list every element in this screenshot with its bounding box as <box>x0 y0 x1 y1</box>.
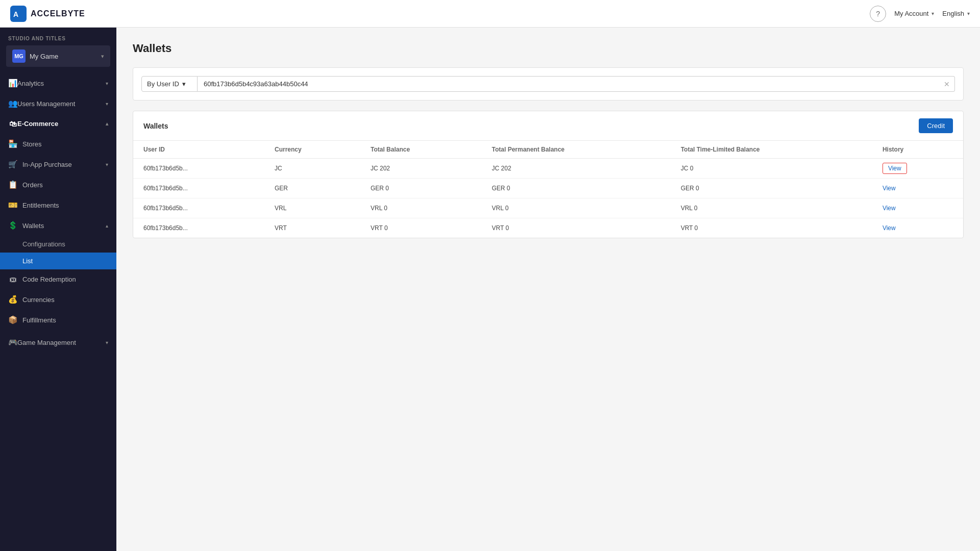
sidebar-section-label: STUDIO AND TITLES <box>0 28 116 45</box>
in-app-purchase-icon: 🛒 <box>8 160 17 169</box>
cell-permanent-balance: VRL 0 <box>482 198 671 218</box>
layout: STUDIO AND TITLES MG My Game ▾ 📊 Analyti… <box>0 28 980 551</box>
table-header-row: User ID Currency Total Balance Total Per… <box>133 141 963 159</box>
sidebar-subitem-list[interactable]: List <box>0 253 116 269</box>
cell-total-balance: GER 0 <box>360 179 482 198</box>
view-link[interactable]: View <box>883 224 896 232</box>
topbar-right: ? My Account ▾ English ▾ <box>870 6 970 22</box>
cell-user-id: 60fb173b6d5b... <box>133 218 264 238</box>
in-app-purchase-label: In-App Purchase <box>22 161 101 168</box>
cell-total-balance: JC 202 <box>360 159 482 179</box>
sidebar-item-orders[interactable]: 📋 Orders <box>0 174 116 195</box>
cell-user-id: 60fb173b6d5b... <box>133 159 264 179</box>
wallets-icon: 💲 <box>8 221 17 230</box>
account-menu[interactable]: My Account ▾ <box>894 10 934 17</box>
language-menu[interactable]: English ▾ <box>942 10 970 17</box>
code-redemption-label: Code Redemption <box>22 276 108 283</box>
cell-currency: VRL <box>264 198 360 218</box>
cell-total-balance: VRT 0 <box>360 218 482 238</box>
col-permanent-balance: Total Permanent Balance <box>482 141 671 159</box>
sidebar-item-fulfillments[interactable]: 📦 Fulfillments <box>0 310 116 330</box>
cell-history: View <box>872 218 963 238</box>
table-row: 60fb173b6d5b... VRL VRL 0 VRL 0 VRL 0 Vi… <box>133 198 963 218</box>
wallets-table: User ID Currency Total Balance Total Per… <box>133 141 963 238</box>
stores-label: Stores <box>22 140 108 148</box>
search-clear-icon[interactable]: ✕ <box>944 80 950 88</box>
cell-user-id: 60fb173b6d5b... <box>133 179 264 198</box>
svg-text:A: A <box>13 10 18 18</box>
sidebar-item-currencies[interactable]: 💰 Currencies <box>0 289 116 310</box>
users-management-icon: 👥 <box>8 99 17 108</box>
view-link[interactable]: View <box>883 163 907 174</box>
search-input[interactable] <box>198 76 955 92</box>
cell-time-limited-balance: VRL 0 <box>671 198 872 218</box>
studio-selector[interactable]: MG My Game ▾ <box>6 45 110 67</box>
cell-currency: JC <box>264 159 360 179</box>
sidebar-subitem-configurations[interactable]: Configurations <box>0 236 116 253</box>
filter-arrow: ▾ <box>182 80 186 88</box>
studio-name: My Game <box>30 53 97 60</box>
search-input-wrap: ✕ <box>198 76 955 92</box>
entitlements-icon: 🎫 <box>8 201 17 210</box>
sidebar-item-ecommerce[interactable]: 🛍 E-Commerce ▴ <box>0 114 116 134</box>
analytics-label: Analytics <box>17 80 106 87</box>
credit-button[interactable]: Credit <box>919 118 953 133</box>
sidebar-item-users-management[interactable]: 👥 Users Management ▾ <box>0 93 116 114</box>
studio-arrow: ▾ <box>101 53 104 60</box>
view-link[interactable]: View <box>883 185 896 192</box>
col-history: History <box>872 141 963 159</box>
orders-icon: 📋 <box>8 180 17 189</box>
sidebar-item-in-app-purchase[interactable]: 🛒 In-App Purchase ▾ <box>0 154 116 174</box>
cell-permanent-balance: VRT 0 <box>482 218 671 238</box>
analytics-icon: 📊 <box>8 79 17 88</box>
game-management-arrow: ▾ <box>106 340 108 345</box>
account-label: My Account <box>894 10 928 17</box>
sidebar-item-code-redemption[interactable]: 🎟 Code Redemption <box>0 269 116 289</box>
code-redemption-icon: 🎟 <box>8 275 17 284</box>
orders-label: Orders <box>22 181 108 189</box>
ecommerce-label: E-Commerce <box>17 120 106 128</box>
filter-label: By User ID <box>147 80 179 88</box>
view-link[interactable]: View <box>883 205 896 212</box>
fulfillments-label: Fulfillments <box>22 316 108 324</box>
accelbyte-logo-icon: A <box>10 6 27 22</box>
currencies-label: Currencies <box>22 296 108 304</box>
sidebar-item-analytics[interactable]: 📊 Analytics ▾ <box>0 73 116 93</box>
analytics-arrow: ▾ <box>106 81 108 86</box>
language-label: English <box>942 10 964 17</box>
cell-time-limited-balance: GER 0 <box>671 179 872 198</box>
wallets-table-card: Wallets Credit User ID Currency Total Ba… <box>133 111 964 238</box>
sidebar-item-stores[interactable]: 🏪 Stores <box>0 134 116 154</box>
language-dropdown-arrow: ▾ <box>967 11 970 16</box>
currencies-icon: 💰 <box>8 295 17 304</box>
page-title: Wallets <box>133 42 964 55</box>
account-dropdown-arrow: ▾ <box>932 11 934 16</box>
table-row: 60fb173b6d5b... JC JC 202 JC 202 JC 0 Vi… <box>133 159 963 179</box>
fulfillments-icon: 📦 <box>8 315 17 324</box>
help-icon: ? <box>876 10 880 18</box>
configurations-label: Configurations <box>22 240 65 248</box>
cell-user-id: 60fb173b6d5b... <box>133 198 264 218</box>
sidebar-item-wallets[interactable]: 💲 Wallets ▴ <box>0 215 116 236</box>
col-user-id: User ID <box>133 141 264 159</box>
users-management-arrow: ▾ <box>106 101 108 107</box>
sidebar-item-entitlements[interactable]: 🎫 Entitlements <box>0 195 116 215</box>
cell-time-limited-balance: VRT 0 <box>671 218 872 238</box>
sidebar-item-game-management[interactable]: 🎮 Game Management ▾ <box>0 332 116 353</box>
table-card-title: Wallets <box>143 122 168 130</box>
table-card-header: Wallets Credit <box>133 111 963 141</box>
help-button[interactable]: ? <box>870 6 886 22</box>
in-app-purchase-arrow: ▾ <box>106 162 108 167</box>
col-total-balance: Total Balance <box>360 141 482 159</box>
table-row: 60fb173b6d5b... GER GER 0 GER 0 GER 0 Vi… <box>133 179 963 198</box>
logo-text: ACCELBYTE <box>31 9 85 18</box>
list-label: List <box>22 257 33 265</box>
logo: A ACCELBYTE <box>10 6 85 22</box>
studio-badge: MG <box>12 49 26 63</box>
col-currency: Currency <box>264 141 360 159</box>
wallets-arrow: ▴ <box>106 223 108 229</box>
cell-currency: VRT <box>264 218 360 238</box>
cell-history: View <box>872 198 963 218</box>
game-management-label: Game Management <box>17 339 106 346</box>
filter-select[interactable]: By User ID ▾ <box>141 76 198 92</box>
